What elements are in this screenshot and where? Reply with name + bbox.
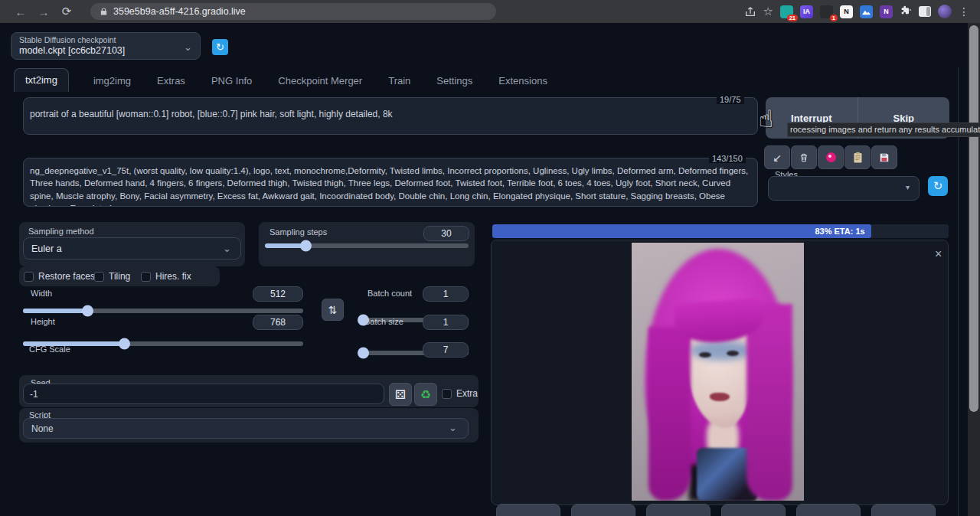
tiling-label: Tiling xyxy=(109,271,130,282)
extension-badge: 1 xyxy=(830,15,838,21)
restore-faces-label: Restore faces xyxy=(38,271,95,282)
chevron-down-icon: ⌄ xyxy=(184,41,192,53)
cfg-scale-label: CFG Scale xyxy=(29,345,70,354)
slider-thumb[interactable] xyxy=(358,348,369,359)
restore-faces-option[interactable]: Restore faces xyxy=(24,271,95,282)
slider-thumb[interactable] xyxy=(300,240,312,252)
generated-image[interactable] xyxy=(632,243,804,501)
send-to-extras-button[interactable] xyxy=(871,504,936,516)
sidebar-panel-icon[interactable] xyxy=(919,6,931,17)
prompt-textarea[interactable]: portrait of a beautiful [woman::0.1] rob… xyxy=(23,97,758,135)
negative-prompt-text: ng_deepnegative_v1_75t, (worst quality, … xyxy=(30,165,750,207)
extension-pin-icon[interactable]: 21 xyxy=(780,5,793,18)
tab-extensions[interactable]: Extensions xyxy=(497,70,549,92)
save-button[interactable] xyxy=(496,504,560,516)
extension-ia-label: IA xyxy=(803,8,810,15)
swap-dimensions-button[interactable]: ⇅ xyxy=(322,299,344,321)
browser-menu-icon[interactable]: ⋮ xyxy=(959,5,969,18)
paste-params-button[interactable]: ↙ xyxy=(764,145,790,169)
browser-toolbar: ← → ⟳ 359e5b9a-a5ff-4216.gradio.live ☆ 2… xyxy=(0,0,980,23)
width-label: Width xyxy=(31,289,52,298)
save-grid-button[interactable] xyxy=(571,504,635,516)
checkpoint-label: Stable Diffusion checkpoint xyxy=(19,35,192,44)
sampling-method-value: Euler a xyxy=(31,243,62,254)
scrollbar-thumb[interactable] xyxy=(969,25,978,412)
tab-img2img[interactable]: img2img xyxy=(92,70,132,92)
tiling-option[interactable]: Tiling xyxy=(94,271,130,282)
forward-icon[interactable]: → xyxy=(32,5,55,18)
extension-notion-icon[interactable]: N xyxy=(840,5,853,18)
progress-bar: 83% ETA: 1s xyxy=(492,224,949,238)
share-icon[interactable] xyxy=(744,5,756,18)
extensions-puzzle-icon[interactable] xyxy=(900,5,912,18)
hires-fix-checkbox[interactable] xyxy=(141,272,151,282)
save-style-button[interactable] xyxy=(871,145,897,169)
batch-count-value[interactable]: 1 xyxy=(423,286,469,302)
main-tabs: txt2img img2img Extras PNG Info Checkpoi… xyxy=(14,68,549,92)
tab-train[interactable]: Train xyxy=(387,70,412,92)
styles-dropdown[interactable]: ▾ xyxy=(768,176,920,201)
apply-styles-button[interactable] xyxy=(844,145,871,169)
extension-photos-icon[interactable] xyxy=(860,5,873,18)
style-palette-button[interactable] xyxy=(818,145,844,169)
seed-extra-checkbox[interactable] xyxy=(442,389,452,399)
sampling-steps-value[interactable]: 30 xyxy=(423,226,469,241)
zip-button[interactable] xyxy=(646,504,710,516)
seed-extra-label: Extra xyxy=(456,388,478,399)
portrait-lips xyxy=(710,393,730,401)
bookmark-star-icon[interactable]: ☆ xyxy=(763,5,773,18)
extension-ia-icon[interactable]: IA xyxy=(800,5,813,18)
width-slider[interactable] xyxy=(23,309,303,313)
clear-prompt-button[interactable] xyxy=(791,145,817,169)
height-value[interactable]: 768 xyxy=(253,315,303,330)
checkpoint-dropdown[interactable]: Stable Diffusion checkpoint model.ckpt [… xyxy=(11,32,201,60)
address-bar[interactable]: 359e5b9a-a5ff-4216.gradio.live xyxy=(90,3,496,20)
tab-extras[interactable]: Extras xyxy=(155,70,187,92)
checkpoint-value: model.ckpt [cc6cb27103] xyxy=(19,45,192,56)
random-seed-button[interactable]: ⚄ xyxy=(389,383,412,406)
chevron-down-icon: ▾ xyxy=(906,183,910,191)
refresh-checkpoints-button[interactable]: ↻ xyxy=(212,39,228,55)
mouse-cursor: ☝ xyxy=(759,105,773,133)
refresh-styles-button[interactable]: ↻ xyxy=(928,176,948,196)
script-dropdown[interactable]: None ⌄ xyxy=(23,418,469,439)
url-text: 359e5b9a-a5ff-4216.gradio.live xyxy=(113,6,246,17)
interrupt-tooltip: rocessing images and return any results … xyxy=(787,122,980,137)
seed-extra-option[interactable]: Extra xyxy=(442,388,478,399)
tiling-checkbox[interactable] xyxy=(94,272,104,282)
extension-onenote-icon[interactable]: N xyxy=(880,5,893,18)
progress-label: 83% ETA: 1s xyxy=(815,227,871,236)
height-label: Height xyxy=(31,317,55,326)
reuse-seed-button[interactable]: ♻ xyxy=(414,383,437,406)
send-to-img2img-button[interactable] xyxy=(721,504,786,516)
script-value: None xyxy=(31,423,54,434)
tab-checkpoint-merger[interactable]: Checkpoint Merger xyxy=(276,70,364,92)
batch-size-value[interactable]: 1 xyxy=(423,315,469,330)
slider-thumb[interactable] xyxy=(119,338,130,350)
cfg-scale-value[interactable]: 7 xyxy=(423,342,469,358)
portrait-eye-left xyxy=(699,352,711,358)
width-value[interactable]: 512 xyxy=(253,286,303,302)
slider-thumb[interactable] xyxy=(82,305,93,317)
reload-icon[interactable]: ⟳ xyxy=(55,5,78,18)
restore-faces-checkbox[interactable] xyxy=(24,272,34,282)
profile-avatar[interactable] xyxy=(938,5,952,18)
portrait-eye-right xyxy=(727,351,739,356)
sampling-steps-label: Sampling steps xyxy=(270,227,327,237)
negative-prompt-textarea[interactable]: ng_deepnegative_v1_75t, (worst quality, … xyxy=(23,158,758,207)
hires-fix-option[interactable]: Hires. fix xyxy=(141,271,191,282)
tab-txt2img[interactable]: txt2img xyxy=(14,68,69,92)
sampling-method-dropdown[interactable]: Euler a ⌄ xyxy=(23,237,241,260)
sampling-steps-slider[interactable] xyxy=(265,243,469,248)
extension-screenshot-icon[interactable]: 1 xyxy=(820,5,833,18)
batch-count-label: Batch count xyxy=(368,289,412,298)
prompt-token-counter: 19/75 xyxy=(717,95,744,104)
batch-size-label: Batch size xyxy=(364,317,403,326)
seed-input[interactable]: -1 xyxy=(23,384,384,404)
palette-icon xyxy=(826,152,836,162)
tab-settings[interactable]: Settings xyxy=(435,70,474,92)
back-icon[interactable]: ← xyxy=(9,5,32,18)
tab-png-info[interactable]: PNG Info xyxy=(210,70,253,92)
close-preview-icon[interactable]: × xyxy=(935,247,942,261)
send-to-inpaint-button[interactable] xyxy=(796,504,861,516)
